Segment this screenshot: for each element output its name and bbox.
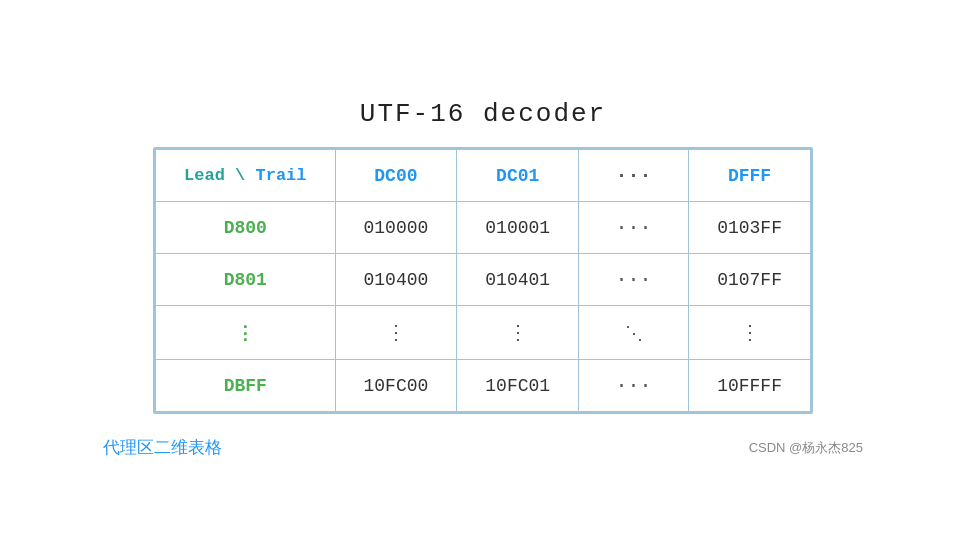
col-header-dfff: DFFF [689,150,811,202]
cell-3-1: 10FC01 [457,360,579,412]
cell-3-0: 10FC00 [335,360,457,412]
table-row: D801010400010401···0107FF [156,254,811,306]
cell-2-0: ⋮ [335,306,457,360]
table-row: ⋮⋮⋮⋱⋮ [156,306,811,360]
cell-2-1: ⋮ [457,306,579,360]
cell-1-3: 0107FF [689,254,811,306]
cell-3-3: 10FFFF [689,360,811,412]
cell-0-1: 010001 [457,202,579,254]
separator-label: \ [225,166,256,185]
caption-row: 代理区二维表格 CSDN @杨永杰825 [103,436,863,459]
corner-cell: Lead \ Trail [156,150,335,202]
table-row: D800010000010001···0103FF [156,202,811,254]
cell-2-3: ⋮ [689,306,811,360]
cell-1-2: ··· [579,254,689,306]
lead-label: Lead [184,166,225,185]
row-header-0: D800 [156,202,335,254]
cell-1-0: 010400 [335,254,457,306]
cell-0-0: 010000 [335,202,457,254]
row-header-3: DBFF [156,360,335,412]
watermark-text: CSDN @杨永杰825 [749,439,863,457]
trail-label: Trail [255,166,306,185]
page-title: UTF-16 decoder [360,99,606,129]
table-header-row: Lead \ Trail DC00 DC01 ··· DFFF [156,150,811,202]
page-container: UTF-16 decoder Lead \ Trail DC00 DC01 ··… [0,99,966,459]
row-header-1: D801 [156,254,335,306]
col-header-dc01: DC01 [457,150,579,202]
cell-0-2: ··· [579,202,689,254]
col-header-ellipsis: ··· [579,150,689,202]
table-row: DBFF10FC0010FC01···10FFFF [156,360,811,412]
utf16-decoder-table: Lead \ Trail DC00 DC01 ··· DFFF D8000100… [155,149,811,412]
cell-3-2: ··· [579,360,689,412]
cell-0-3: 0103FF [689,202,811,254]
cell-2-2: ⋱ [579,306,689,360]
table-wrapper: Lead \ Trail DC00 DC01 ··· DFFF D8000100… [153,147,813,414]
row-header-2: ⋮ [156,306,335,360]
cell-1-1: 010401 [457,254,579,306]
caption-text: 代理区二维表格 [103,436,222,459]
col-header-dc00: DC00 [335,150,457,202]
